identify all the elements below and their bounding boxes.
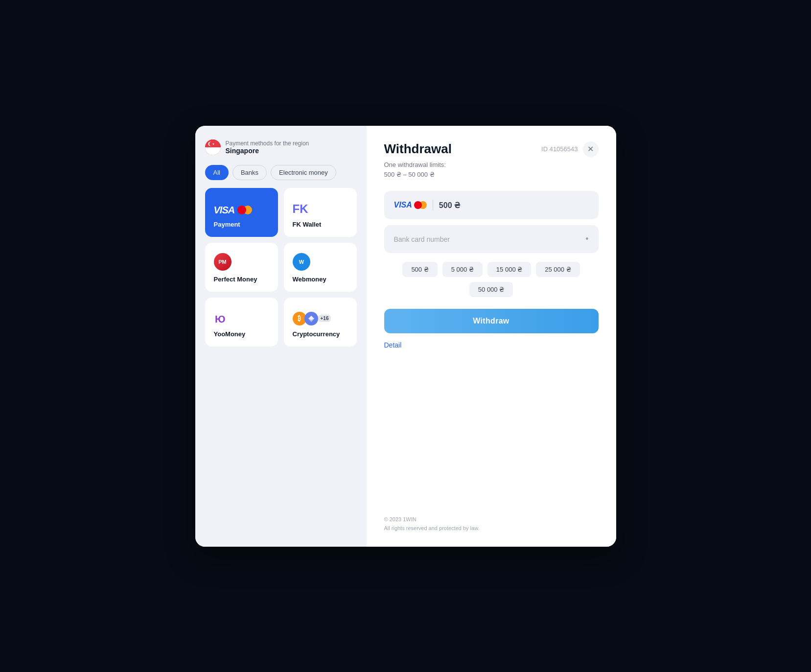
region-name: Singapore <box>226 147 309 155</box>
filter-banks[interactable]: Banks <box>232 165 267 180</box>
visa-label: Payment <box>214 221 240 228</box>
payment-grid: VISA Payment FK FK Wallet PM Perfect Mon… <box>205 188 357 347</box>
flag-icon <box>205 139 221 155</box>
crypto-plus-badge: +16 <box>318 315 331 322</box>
payment-fk-wallet[interactable]: FK FK Wallet <box>284 188 357 237</box>
amount-chip-25000[interactable]: 25 000 ₴ <box>536 262 579 277</box>
crypto-label: Cryptocurrency <box>293 330 340 338</box>
filter-all[interactable]: All <box>205 165 229 180</box>
withdrawal-limits: One withdrawal limits: 500 ₴ – 50 000 ₴ <box>384 160 599 181</box>
footer-line1: © 2023 1WIN <box>384 516 417 522</box>
visa-text: VISA <box>214 205 235 216</box>
amount-value: 500 ₴ <box>439 201 460 210</box>
limits-line2: 500 ₴ – 50 000 ₴ <box>384 171 435 178</box>
quick-amounts: 500 ₴ 5 000 ₴ 15 000 ₴ 25 000 ₴ 50 000 ₴ <box>384 262 599 297</box>
region-header: Payment methods for the region Singapore <box>205 139 357 155</box>
region-text: Payment methods for the region Singapore <box>226 140 309 155</box>
svg-text:Ю: Ю <box>214 313 225 324</box>
payment-crypto[interactable]: ₿ +16 Cryptocurrency <box>284 298 357 347</box>
amount-display: VISA 500 ₴ <box>384 191 599 219</box>
payment-webmoney[interactable]: W Webmoney <box>284 243 357 292</box>
fk-wallet-icon: FK <box>293 202 308 216</box>
region-label: Payment methods for the region <box>226 140 309 147</box>
payment-yoomoney[interactable]: Ю YooMoney <box>205 298 278 347</box>
filter-tabs: All Banks Electronic money <box>205 165 357 180</box>
perfect-money-icon: PM <box>214 253 232 271</box>
footer-line2: All rights reserved and protected by law… <box>384 525 480 531</box>
svg-rect-1 <box>205 147 221 155</box>
modal-dialog: Payment methods for the region Singapore… <box>195 126 616 547</box>
card-dot-icon: • <box>585 234 588 244</box>
withdraw-button[interactable]: Withdraw <box>384 309 599 333</box>
amount-chip-15000[interactable]: 15 000 ₴ <box>487 262 531 277</box>
mastercard-icon <box>237 206 252 214</box>
withdrawal-meta: ID 41056543 ✕ <box>541 141 598 157</box>
withdrawal-title: Withdrawal <box>384 141 452 157</box>
fk-wallet-label: FK Wallet <box>293 221 322 228</box>
amount-chip-500[interactable]: 500 ₴ <box>402 262 437 277</box>
yoomoney-label: YooMoney <box>214 330 246 338</box>
footer: © 2023 1WIN All rights reserved and prot… <box>384 515 480 533</box>
svg-text:W: W <box>299 259 304 265</box>
right-panel: Withdrawal ID 41056543 ✕ One withdrawal … <box>367 126 616 547</box>
yoomoney-icon: Ю <box>214 313 232 325</box>
visa-logo: VISA <box>214 205 253 216</box>
eth-icon <box>304 312 318 325</box>
card-number-input[interactable] <box>394 235 586 243</box>
card-input-row[interactable]: • <box>384 225 599 253</box>
perfect-money-label: Perfect Money <box>214 276 257 283</box>
payment-perfect-money[interactable]: PM Perfect Money <box>205 243 278 292</box>
withdrawal-header: Withdrawal ID 41056543 ✕ <box>384 141 599 157</box>
visa-inline-logo: VISA <box>394 201 427 209</box>
webmoney-label: Webmoney <box>293 276 326 283</box>
filter-electronic[interactable]: Electronic money <box>271 165 336 180</box>
payment-visa[interactable]: VISA Payment <box>205 188 278 237</box>
limits-line1: One withdrawal limits: <box>384 161 446 168</box>
detail-link[interactable]: Detail <box>384 341 599 349</box>
withdrawal-id: ID 41056543 <box>541 145 578 153</box>
mc-red-sm <box>414 201 422 209</box>
amount-divider <box>433 200 433 210</box>
webmoney-icon: W <box>293 253 310 271</box>
amount-chip-5000[interactable]: 5 000 ₴ <box>442 262 483 277</box>
mastercard-inline-icon <box>414 201 427 209</box>
amount-chip-50000[interactable]: 50 000 ₴ <box>469 282 513 297</box>
crypto-icon: ₿ +16 <box>293 312 331 325</box>
left-panel: Payment methods for the region Singapore… <box>195 126 367 547</box>
close-button[interactable]: ✕ <box>583 141 599 157</box>
visa-inline-text: VISA <box>394 201 412 209</box>
